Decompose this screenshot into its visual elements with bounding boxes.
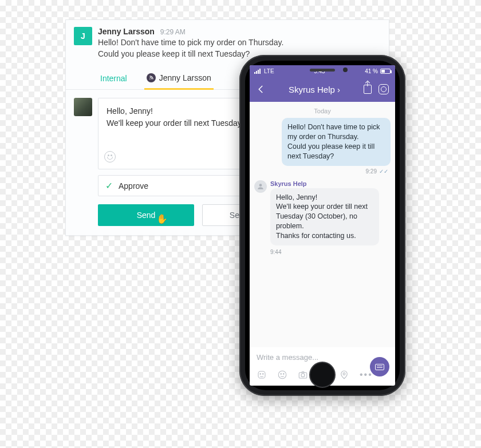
camera-icon[interactable]	[298, 370, 308, 380]
tab-customer-label: Jenny Larsson	[159, 73, 211, 82]
cursor-icon: ✋	[156, 213, 168, 224]
customer-time: 9:29 AM	[160, 28, 186, 36]
svg-point-4	[281, 374, 282, 375]
share-icon[interactable]	[362, 84, 373, 95]
customer-text-line: Hello! Don't have time to pick my order …	[98, 37, 283, 49]
location-icon[interactable]	[339, 370, 349, 380]
tab-customer-channel[interactable]: Jenny Larsson	[144, 69, 214, 90]
customer-avatar: J	[74, 27, 92, 45]
phone-screen: LTE 9:45 41 % Skyrus Help › Today Hello!	[250, 65, 395, 386]
svg-rect-0	[258, 371, 265, 378]
svg-point-7	[301, 374, 305, 377]
chat-navbar: Skyrus Help ›	[250, 77, 395, 102]
battery-percent: 41 %	[365, 68, 378, 74]
smiley-icon[interactable]	[277, 370, 287, 380]
keyboard-toggle-button[interactable]	[370, 357, 389, 376]
info-icon[interactable]	[378, 84, 389, 95]
svg-point-8	[343, 373, 345, 375]
phone-camera	[343, 68, 348, 72]
agent-avatar	[74, 98, 92, 116]
carrier-label: LTE	[264, 68, 274, 74]
incoming-sender: Skyrus Help	[270, 180, 379, 187]
check-icon: ✓	[105, 180, 113, 191]
svg-point-1	[260, 374, 261, 375]
approval-label: Approve	[119, 181, 148, 191]
sticker-icon[interactable]	[257, 370, 267, 380]
phone-earpiece	[310, 69, 335, 72]
tab-internal[interactable]: Internal	[98, 69, 129, 89]
customer-name: Jenny Larsson	[98, 27, 155, 36]
svg-point-5	[283, 374, 285, 375]
incoming-message: Skyrus Help Hello, Jenny! We'll keep you…	[254, 180, 391, 248]
bot-avatar-icon	[254, 180, 267, 193]
outgoing-message: Hello! Don't have time to pick my order …	[282, 118, 391, 166]
viber-icon	[147, 73, 156, 82]
day-separator: Today	[254, 108, 391, 114]
signal-icon	[254, 69, 261, 74]
read-receipt-icon: ✓✓	[379, 168, 388, 175]
emoji-icon[interactable]	[104, 151, 116, 162]
svg-point-3	[278, 371, 286, 379]
svg-point-2	[263, 374, 264, 375]
chat-title[interactable]: Skyrus Help ›	[271, 85, 357, 94]
msg-time: 9:29	[366, 168, 377, 175]
battery-icon	[380, 69, 391, 74]
chat-thread[interactable]: Today Hello! Don't have time to pick my …	[250, 102, 395, 347]
msg-time: 9:44	[270, 249, 391, 255]
phone-mockup: LTE 9:45 41 % Skyrus Help › Today Hello!	[239, 55, 405, 396]
keyboard-icon	[375, 364, 384, 370]
send-button[interactable]: Send ✋	[98, 204, 194, 226]
back-icon[interactable]	[255, 84, 267, 95]
home-button[interactable]	[309, 362, 336, 388]
